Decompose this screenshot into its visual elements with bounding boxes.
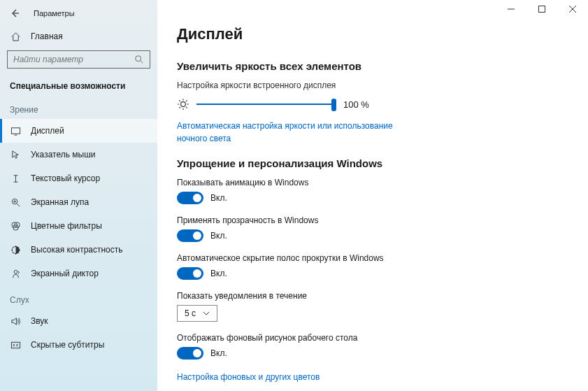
home-icon bbox=[10, 31, 21, 42]
color-filters-icon bbox=[10, 220, 21, 232]
brightness-link[interactable]: Автоматическая настройка яркости или исп… bbox=[177, 120, 401, 145]
sidebar-item-captions[interactable]: Скрытые субтитры bbox=[0, 333, 157, 357]
sidebar-item-label: Экранная лупа bbox=[31, 197, 89, 207]
display-icon bbox=[10, 125, 21, 136]
sidebar-item-label: Дисплей bbox=[31, 126, 64, 136]
search-input[interactable] bbox=[7, 50, 150, 69]
magnifier-icon bbox=[10, 197, 21, 208]
toggle-animations[interactable] bbox=[177, 192, 203, 204]
sidebar-item-textcursor[interactable]: Текстовый курсор bbox=[0, 166, 157, 190]
svg-rect-9 bbox=[539, 6, 545, 13]
sidebar-item-label: Экранный диктор bbox=[31, 269, 99, 278]
toggle-background[interactable] bbox=[177, 347, 203, 360]
toggle-state: Вкл. bbox=[210, 269, 227, 278]
home-label: Главная bbox=[31, 31, 63, 41]
sidebar-item-label: Скрытые субтитры bbox=[31, 340, 104, 350]
sidebar-item-cursor[interactable]: Указатель мыши bbox=[0, 143, 157, 166]
sidebar-item-display[interactable]: Дисплей bbox=[0, 119, 157, 143]
toggle-scrollbars[interactable] bbox=[177, 267, 203, 280]
narrator-icon bbox=[10, 268, 21, 279]
group-hearing-label: Слух bbox=[0, 285, 157, 309]
svg-point-0 bbox=[136, 56, 141, 62]
sidebar-item-highcontrast[interactable]: Высокая контрастность bbox=[0, 238, 157, 262]
notify-label: Показать уведомления в течение bbox=[177, 291, 568, 301]
minimize-button[interactable] bbox=[497, 0, 525, 18]
toggle-state: Вкл. bbox=[210, 348, 227, 358]
cursor-icon bbox=[10, 149, 21, 160]
page-title: Дисплей bbox=[177, 25, 568, 43]
sidebar-item-colorfilters[interactable]: Цветные фильтры bbox=[0, 214, 157, 238]
text-cursor-icon bbox=[10, 173, 21, 184]
category-label: Специальные возможности bbox=[0, 76, 157, 95]
sidebar: Параметры Главная Специальные возможност… bbox=[0, 0, 157, 391]
notify-duration-select[interactable]: 5 с bbox=[177, 305, 217, 322]
toggle-state: Вкл. bbox=[210, 193, 227, 203]
toggle-animations-label: Показывать анимацию в Windows bbox=[177, 178, 568, 187]
audio-icon bbox=[10, 315, 21, 327]
sidebar-item-label: Текстовый курсор bbox=[31, 173, 100, 183]
brightness-slider[interactable] bbox=[196, 96, 336, 113]
toggle-transparency[interactable] bbox=[177, 229, 203, 242]
brightness-sub: Настройка яркости встроенного дисплея bbox=[177, 80, 568, 90]
brightness-icon bbox=[177, 98, 189, 111]
maximize-button[interactable] bbox=[528, 0, 556, 18]
sidebar-item-narrator[interactable]: Экранный диктор bbox=[0, 262, 157, 285]
sidebar-item-label: Указатель мыши bbox=[31, 150, 95, 159]
chevron-down-icon bbox=[203, 311, 210, 315]
sidebar-item-magnifier[interactable]: Экранная лупа bbox=[0, 190, 157, 214]
window-title: Параметры bbox=[34, 9, 75, 17]
contrast-icon bbox=[10, 244, 21, 255]
simplify-heading: Упрощение и персонализация Windows bbox=[177, 157, 568, 169]
sidebar-item-audio[interactable]: Звук bbox=[0, 309, 157, 333]
svg-rect-8 bbox=[11, 342, 20, 348]
svg-rect-1 bbox=[11, 127, 20, 133]
toggle-scrollbars-label: Автоматическое скрытие полос прокрутки в… bbox=[177, 253, 568, 263]
main-content: Дисплей Увеличить яркость всех элементов… bbox=[157, 0, 588, 391]
colors-link[interactable]: Настройка фоновых и других цветов bbox=[177, 371, 568, 383]
svg-point-10 bbox=[181, 102, 186, 107]
group-vision-label: Зрение bbox=[0, 95, 157, 119]
sidebar-item-label: Цветные фильтры bbox=[31, 221, 102, 231]
captions-icon bbox=[10, 339, 21, 350]
brightness-heading: Увеличить яркость всех элементов bbox=[177, 60, 568, 72]
brightness-value: 100 % bbox=[343, 99, 369, 110]
toggle-state: Вкл. bbox=[210, 231, 227, 241]
sidebar-item-label: Звук bbox=[31, 316, 48, 326]
close-button[interactable] bbox=[559, 0, 587, 18]
toggle-transparency-label: Применять прозрачность в Windows bbox=[177, 215, 568, 225]
svg-point-7 bbox=[14, 270, 17, 273]
home-nav[interactable]: Главная bbox=[0, 25, 157, 48]
toggle-background-label: Отображать фоновый рисунок рабочего стол… bbox=[177, 333, 568, 343]
back-button[interactable] bbox=[8, 7, 21, 20]
sidebar-item-label: Высокая контрастность bbox=[31, 245, 123, 255]
search-icon bbox=[134, 55, 144, 64]
